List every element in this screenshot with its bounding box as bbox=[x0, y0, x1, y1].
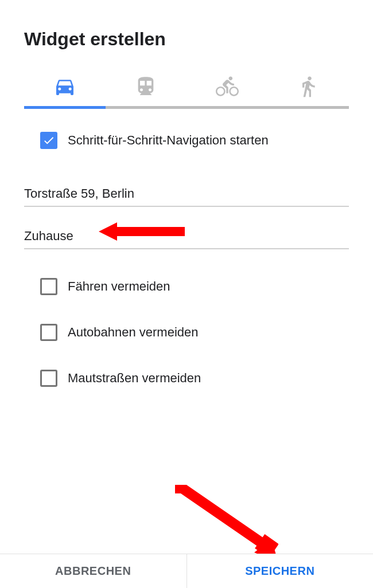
walk-icon bbox=[297, 75, 320, 100]
avoid-tolls-row[interactable]: Mautstraßen vermeiden bbox=[40, 370, 349, 387]
tab-car[interactable] bbox=[24, 67, 106, 106]
nav-checkbox-label: Schritt-für-Schritt-Navigation starten bbox=[68, 133, 269, 148]
nav-checkbox-row[interactable]: Schritt-für-Schritt-Navigation starten bbox=[40, 132, 349, 149]
cancel-button[interactable]: ABBRECHEN bbox=[0, 554, 187, 588]
nav-checkbox[interactable] bbox=[40, 132, 57, 149]
avoid-ferries-label: Fähren vermeiden bbox=[68, 279, 170, 294]
tab-transit[interactable] bbox=[106, 67, 187, 106]
avoid-ferries-checkbox[interactable] bbox=[40, 278, 57, 295]
destination-input[interactable] bbox=[24, 223, 349, 249]
avoid-tolls-label: Mautstraßen vermeiden bbox=[68, 371, 201, 386]
svg-marker-1 bbox=[175, 485, 270, 551]
bike-icon bbox=[216, 75, 239, 100]
transport-tabs bbox=[24, 67, 349, 109]
destination-field-wrap bbox=[24, 223, 349, 249]
save-button[interactable]: SPEICHERN bbox=[187, 554, 374, 588]
avoid-highways-checkbox[interactable] bbox=[40, 324, 57, 341]
tab-indicator bbox=[24, 106, 106, 109]
tab-bike[interactable] bbox=[187, 67, 268, 106]
annotation-arrow-diagonal-icon bbox=[175, 485, 278, 562]
footer: ABBRECHEN SPEICHERN bbox=[0, 554, 373, 588]
train-icon bbox=[134, 75, 157, 100]
avoid-ferries-row[interactable]: Fähren vermeiden bbox=[40, 278, 349, 295]
origin-field-wrap bbox=[24, 181, 349, 207]
origin-input[interactable] bbox=[24, 181, 349, 207]
avoid-tolls-checkbox[interactable] bbox=[40, 370, 57, 387]
avoid-highways-row[interactable]: Autobahnen vermeiden bbox=[40, 324, 349, 341]
car-icon bbox=[53, 75, 76, 100]
tab-walk[interactable] bbox=[268, 67, 349, 106]
page-title: Widget erstellen bbox=[0, 0, 373, 67]
avoid-highways-label: Autobahnen vermeiden bbox=[68, 325, 199, 340]
